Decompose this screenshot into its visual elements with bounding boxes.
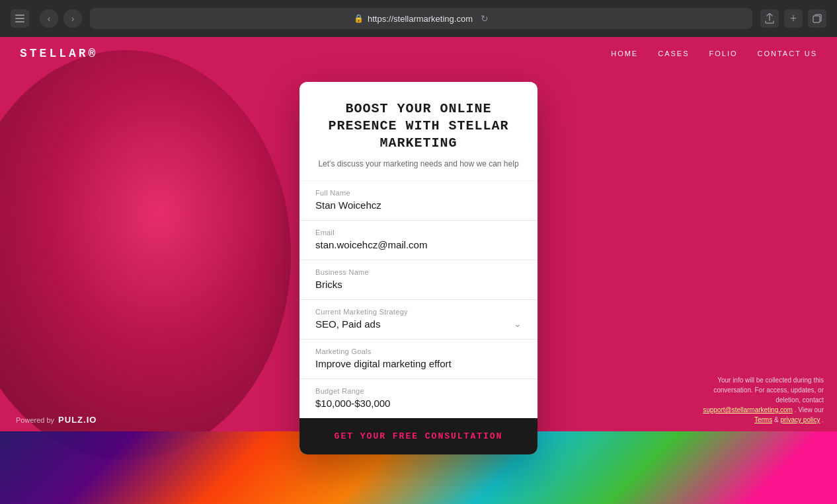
budget-range-field[interactable]: Budget Range $10,000-$30,000: [299, 379, 538, 418]
terms-link[interactable]: Terms: [754, 416, 772, 423]
site-navigation: STELLAR® HOME CASES FOLIO CONTACT US: [0, 37, 837, 70]
url-text: https://stellarmarketing.com: [368, 14, 473, 24]
nav-folio[interactable]: FOLIO: [709, 50, 737, 57]
back-button[interactable]: ‹: [40, 9, 58, 28]
nav-home[interactable]: HOME: [611, 50, 638, 57]
privacy-email-link[interactable]: support@stellarmarketing.com: [703, 406, 793, 414]
business-name-value: Bricks: [315, 279, 522, 290]
share-button[interactable]: [760, 9, 779, 28]
privacy-suffix: . View our: [795, 406, 824, 414]
business-name-label: Business Name: [315, 268, 522, 276]
form-header: BOOST YOUR ONLINE PRESENCE WITH STELLAR …: [299, 82, 538, 181]
sidebar-toggle-button[interactable]: [11, 9, 29, 28]
marketing-strategy-label: Current Marketing Strategy: [315, 308, 522, 316]
background-figure: [0, 50, 291, 460]
budget-range-value: $10,000-$30,000: [315, 398, 522, 409]
tabs-button[interactable]: [808, 9, 826, 28]
svg-rect-1: [15, 18, 24, 19]
full-name-field[interactable]: Full Name Stan Woicehcz: [299, 181, 538, 221]
privacy-text: Your info will be collected during this …: [713, 377, 824, 404]
submit-button[interactable]: GET YOUR FREE CONSULTATION: [299, 418, 538, 454]
budget-range-label: Budget Range: [315, 387, 522, 395]
svg-rect-3: [813, 16, 820, 22]
period-text: .: [822, 416, 824, 423]
browser-nav-controls: ‹ ›: [40, 9, 82, 28]
privacy-notice: Your info will be collected during this …: [692, 375, 824, 425]
browser-action-buttons: +: [760, 9, 826, 28]
svg-rect-0: [15, 15, 24, 16]
form-subtitle: Let's discuss your marketing needs and h…: [315, 159, 522, 170]
full-name-value: Stan Woicehcz: [315, 199, 522, 211]
marketing-goals-label: Marketing Goals: [315, 347, 522, 355]
forward-button[interactable]: ›: [63, 9, 82, 28]
form-title: BOOST YOUR ONLINE PRESENCE WITH STELLAR …: [315, 100, 522, 152]
nav-links: HOME CASES FOLIO CONTACT US: [611, 50, 817, 57]
browser-chrome: ‹ › 🔒 https://stellarmarketing.com ↻ +: [0, 0, 837, 37]
full-name-label: Full Name: [315, 189, 522, 197]
pulz-brand-label: PULZ.IO: [58, 415, 97, 425]
form-body: Full Name Stan Woicehcz Email stan.woice…: [299, 181, 538, 454]
email-field[interactable]: Email stan.woicehcz@mail.com: [299, 221, 538, 260]
email-value: stan.woicehcz@mail.com: [315, 239, 522, 250]
website-content: STELLAR® HOME CASES FOLIO CONTACT US BOO…: [0, 37, 837, 504]
lock-icon: 🔒: [354, 14, 364, 23]
chevron-down-icon: ⌄: [514, 318, 522, 329]
marketing-strategy-row: SEO, Paid ads ⌄: [315, 318, 522, 330]
new-tab-button[interactable]: +: [784, 9, 803, 28]
back-icon: ‹: [48, 13, 51, 24]
marketing-goals-field[interactable]: Marketing Goals Improve digital marketin…: [299, 340, 538, 379]
svg-rect-2: [15, 21, 24, 22]
marketing-goals-value: Improve digital marketing effort: [315, 358, 522, 369]
plus-icon: +: [790, 12, 797, 26]
privacy-policy-link[interactable]: privacy policy: [780, 416, 820, 423]
powered-by-label: Powered by: [16, 416, 54, 424]
forward-icon: ›: [71, 13, 75, 24]
site-logo: STELLAR®: [20, 47, 98, 60]
marketing-strategy-value: SEO, Paid ads: [315, 318, 380, 330]
and-text: &: [774, 416, 779, 423]
nav-contact[interactable]: CONTACT US: [758, 50, 818, 57]
email-label: Email: [315, 229, 522, 236]
address-bar[interactable]: 🔒 https://stellarmarketing.com ↻: [90, 8, 752, 29]
powered-by-section: Powered by PULZ.IO: [16, 415, 97, 425]
business-name-field[interactable]: Business Name Bricks: [299, 260, 538, 300]
form-modal: BOOST YOUR ONLINE PRESENCE WITH STELLAR …: [299, 82, 538, 454]
nav-cases[interactable]: CASES: [658, 50, 689, 57]
marketing-strategy-field[interactable]: Current Marketing Strategy SEO, Paid ads…: [299, 300, 538, 340]
reload-button[interactable]: ↻: [481, 13, 489, 24]
